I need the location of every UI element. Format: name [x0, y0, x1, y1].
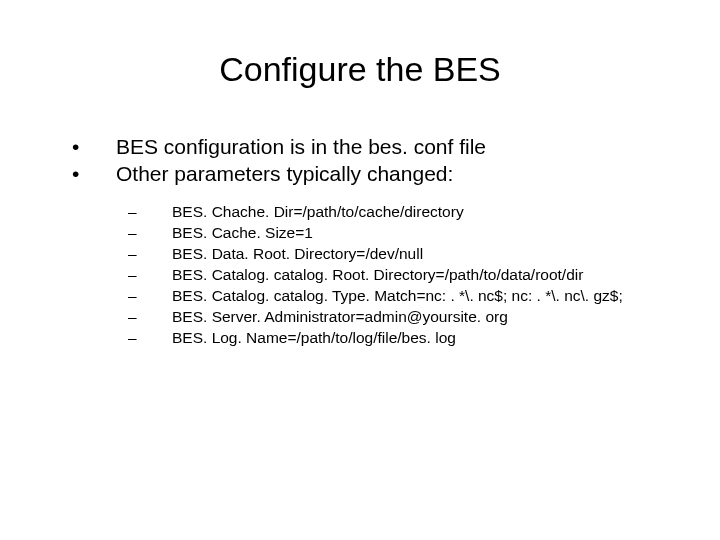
list-item-text: BES. Catalog. catalog. Root. Directory=/… [172, 265, 660, 285]
list-item: – BES. Catalog. catalog. Root. Directory… [116, 265, 660, 285]
list-item-text: BES. Catalog. catalog. Type. Match=nc: .… [172, 286, 660, 306]
dash-icon: – [116, 307, 172, 327]
dash-icon: – [116, 286, 172, 306]
dash-icon: – [116, 328, 172, 348]
list-item: – BES. Server. Administrator=admin@yours… [116, 307, 660, 327]
list-item-text: BES configuration is in the bes. conf fi… [116, 133, 660, 160]
slide-title: Configure the BES [60, 50, 660, 89]
list-item: – BES. Data. Root. Directory=/dev/null [116, 244, 660, 264]
dash-icon: – [116, 265, 172, 285]
list-item-text: BES. Cache. Size=1 [172, 223, 660, 243]
level2-list: – BES. Chache. Dir=/path/to/cache/direct… [116, 202, 660, 349]
list-item: – BES. Cache. Size=1 [116, 223, 660, 243]
list-item: – BES. Chache. Dir=/path/to/cache/direct… [116, 202, 660, 222]
list-item-text: BES. Log. Name=/path/to/log/file/bes. lo… [172, 328, 660, 348]
list-item: • BES configuration is in the bes. conf … [60, 133, 660, 160]
list-item: • Other parameters typically changed: [60, 160, 660, 187]
list-item-text: BES. Server. Administrator=admin@yoursit… [172, 307, 660, 327]
bullet-icon: • [60, 160, 116, 187]
dash-icon: – [116, 202, 172, 222]
list-item: – BES. Log. Name=/path/to/log/file/bes. … [116, 328, 660, 348]
list-item-text: BES. Chache. Dir=/path/to/cache/director… [172, 202, 660, 222]
bullet-icon: • [60, 133, 116, 160]
dash-icon: – [116, 223, 172, 243]
list-item-text: Other parameters typically changed: [116, 160, 660, 187]
level1-list: • BES configuration is in the bes. conf … [60, 133, 660, 188]
list-item-text: BES. Data. Root. Directory=/dev/null [172, 244, 660, 264]
dash-icon: – [116, 244, 172, 264]
list-item: – BES. Catalog. catalog. Type. Match=nc:… [116, 286, 660, 306]
